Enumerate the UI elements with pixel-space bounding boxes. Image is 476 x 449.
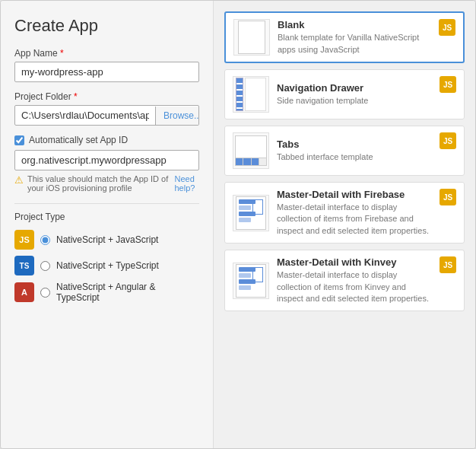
project-folder-input[interactable]	[15, 106, 155, 125]
tab1	[236, 158, 243, 165]
project-type-item-js: JS NativeScript + JavaScript	[14, 230, 199, 250]
nav-drawer-thumb	[233, 76, 269, 113]
warning-icon: ⚠	[14, 174, 24, 186]
tabs-info: Tabs Tabbed interface template	[277, 139, 432, 163]
blank-info: Blank Blank template for Vanilla NativeS…	[278, 19, 431, 56]
ts-radio[interactable]	[40, 261, 50, 271]
firebase-info: Master-Detail with Firebase Master-detai…	[277, 189, 432, 237]
ng-radio[interactable]	[40, 288, 50, 298]
kline2	[239, 273, 251, 278]
template-card-firebase[interactable]: Master-Detail with Firebase Master-detai…	[224, 182, 465, 244]
app-name-input[interactable]	[14, 62, 199, 82]
template-card-tabs[interactable]: Tabs Tabbed interface template JS	[224, 126, 465, 176]
blank-thumb	[233, 19, 270, 56]
nav-drawer-badge: JS	[440, 76, 456, 93]
template-card-kinvey[interactable]: Master-Detail with Kinvey Master-detail …	[224, 250, 465, 311]
firebase-badge: JS	[440, 189, 456, 205]
tabs-badge: JS	[440, 132, 456, 149]
tabs-name: Tabs	[277, 139, 432, 150]
blank-name: Blank	[278, 19, 431, 30]
kinvey-badge: JS	[440, 256, 456, 273]
create-app-dialog: Create App App Name * Project Folder * B…	[0, 0, 476, 449]
app-name-label: App Name *	[14, 48, 199, 59]
warning-row: ⚠ This value should match the App ID of …	[14, 174, 199, 193]
tabs-desc: Tabbed interface template	[277, 151, 432, 163]
tab2	[243, 158, 251, 165]
firebase-thumb	[233, 195, 269, 231]
ts-badge: TS	[14, 256, 34, 275]
detail-box	[252, 199, 263, 215]
tab4	[259, 158, 266, 165]
divider	[14, 203, 199, 204]
need-help-link[interactable]: Need help?	[174, 174, 199, 193]
kinvey-info: Master-Detail with Kinvey Master-detail …	[277, 256, 432, 304]
tabs-thumb-img	[235, 135, 267, 166]
firebase-name: Master-Detail with Firebase	[277, 189, 432, 200]
project-folder-input-row: Browse...	[14, 105, 199, 126]
app-name-field-group: App Name *	[14, 48, 199, 82]
nav-content	[245, 78, 266, 111]
kdetail-box	[252, 267, 263, 282]
project-type-label: Project Type	[14, 212, 199, 222]
blank-thumb-img	[238, 21, 265, 54]
page-title: Create App	[14, 16, 199, 36]
nav-drawer-info: Navigation Drawer Side navigation templa…	[277, 82, 432, 107]
nav-drawer-name: Navigation Drawer	[277, 82, 432, 94]
tabs-thumb	[233, 132, 269, 169]
kinvey-thumb-img	[236, 264, 266, 298]
app-name-required: *	[60, 48, 64, 59]
warning-text: This value should match the App ID of yo…	[27, 174, 170, 193]
project-type-list: JS NativeScript + JavaScript TS NativeSc…	[14, 230, 199, 303]
blank-desc: Blank template for Vanilla NativeScript …	[278, 32, 431, 56]
ng-badge: A	[14, 282, 34, 302]
template-card-blank[interactable]: Blank Blank template for Vanilla NativeS…	[224, 11, 465, 63]
kinvey-name: Master-Detail with Kinvey	[277, 256, 432, 268]
tab3	[252, 158, 259, 165]
left-panel: Create App App Name * Project Folder * B…	[1, 1, 214, 448]
firebase-thumb-img	[236, 196, 266, 230]
right-panel: Blank Blank template for Vanilla NativeS…	[214, 1, 475, 448]
nav-drawer-desc: Side navigation template	[277, 95, 432, 107]
tabs-bar	[236, 158, 266, 165]
js-radio[interactable]	[40, 235, 50, 245]
ts-label[interactable]: NativeScript + TypeScript	[56, 260, 159, 271]
js-label[interactable]: NativeScript + JavaScript	[56, 234, 158, 245]
browse-button[interactable]: Browse...	[155, 107, 199, 125]
auto-app-id-group: Automatically set App ID ⚠ This value sh…	[14, 135, 199, 193]
nav-drawer-thumb-img	[236, 78, 266, 111]
project-folder-label: Project Folder *	[14, 91, 199, 102]
auto-app-id-checkbox[interactable]	[14, 135, 24, 145]
app-id-input[interactable]	[14, 150, 199, 170]
line2	[239, 205, 251, 210]
js-badge: JS	[14, 230, 34, 250]
project-folder-field-group: Project Folder * Browse...	[14, 91, 199, 126]
kinvey-desc: Master-detail interface to display colle…	[277, 269, 432, 304]
project-folder-required: *	[74, 91, 78, 102]
template-card-navigation-drawer[interactable]: Navigation Drawer Side navigation templa…	[224, 69, 465, 119]
line4	[239, 218, 251, 222]
ng-label[interactable]: NativeScript + Angular & TypeScript	[56, 282, 199, 303]
blank-badge: JS	[439, 19, 455, 36]
nav-sidebar	[236, 78, 243, 111]
kline4	[239, 285, 251, 290]
auto-app-id-label[interactable]: Automatically set App ID	[29, 135, 128, 145]
kinvey-thumb	[233, 263, 269, 299]
firebase-desc: Master-detail interface to display colle…	[277, 202, 432, 237]
project-type-item-ts: TS NativeScript + TypeScript	[14, 256, 199, 275]
auto-app-id-checkbox-row: Automatically set App ID	[14, 135, 199, 145]
project-type-item-ng: A NativeScript + Angular & TypeScript	[14, 282, 199, 303]
